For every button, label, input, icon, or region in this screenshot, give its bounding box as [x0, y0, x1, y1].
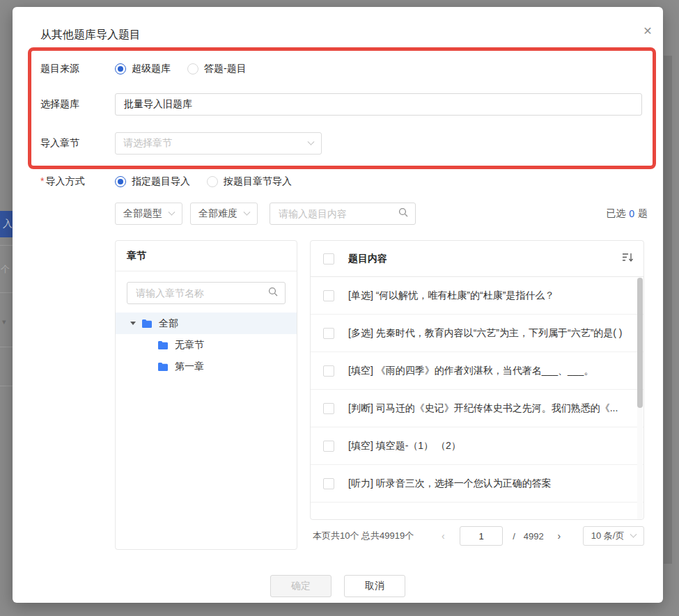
chapter-search-input[interactable] [127, 282, 286, 304]
question-type-value: 全部题型 [123, 207, 162, 220]
radio-label: 答题-题目 [204, 63, 247, 75]
table-scrollbar [637, 278, 643, 520]
radio-selected-icon [115, 63, 126, 74]
question-source-row: 题目来源 超级题库 答题-题目 [40, 58, 247, 80]
tree-item-all[interactable]: 全部 [116, 313, 297, 334]
question-search-input[interactable] [270, 203, 416, 225]
radio-unselected-icon [207, 176, 218, 187]
question-content-header: 题目内容 [348, 253, 622, 265]
row-checkbox[interactable] [323, 441, 334, 452]
radio-unselected-icon [187, 63, 198, 74]
required-mark: * [40, 175, 44, 187]
question-row[interactable]: [填空] 《雨的四季》的作者刘湛秋，当代著名___、___。 [311, 352, 643, 390]
background-line [0, 386, 13, 386]
total-pages: 4992 [524, 531, 544, 542]
import-method-label: *导入方式 [40, 175, 115, 188]
page-size-select[interactable]: 10 条/页 [583, 526, 644, 546]
radio-by-chapter[interactable]: 按题目章节导入 [207, 175, 292, 188]
caret-down-icon[interactable] [130, 322, 136, 325]
chapter-panel-title: 章节 [116, 241, 297, 271]
selected-number: 0 [629, 208, 634, 219]
difficulty-value: 全部难度 [198, 207, 237, 220]
row-checkbox[interactable] [323, 328, 334, 339]
background-line [0, 347, 13, 347]
search-icon [268, 287, 278, 299]
close-icon: ✕ [643, 24, 652, 38]
folder-icon [157, 340, 169, 350]
import-method-radio-group: 指定题目导入 按题目章节导入 [115, 175, 292, 188]
row-checkbox[interactable] [323, 365, 334, 377]
search-icon [398, 207, 408, 220]
radio-super-question-bank[interactable]: 超级题库 [115, 63, 171, 75]
chapter-search [127, 282, 286, 304]
question-search [270, 203, 416, 225]
sort-icon[interactable] [622, 252, 634, 265]
radio-label: 指定题目导入 [132, 175, 190, 188]
page-size-value: 10 条/页 [591, 530, 625, 542]
background-caret-fragment: ▾ [2, 317, 6, 326]
cancel-button[interactable]: 取消 [344, 575, 405, 597]
question-row[interactable]: [填空] 填空题-（1） （2） [311, 427, 643, 465]
pagination-summary: 本页共10个 总共49919个 [313, 530, 414, 542]
chevron-down-icon [308, 138, 315, 145]
row-checkbox[interactable] [323, 290, 334, 301]
radio-specified-questions[interactable]: 指定题目导入 [115, 175, 190, 188]
page-separator: / [513, 531, 515, 542]
select-all-checkbox[interactable] [323, 253, 334, 264]
row-checkbox[interactable] [323, 403, 334, 414]
tree-item-chapter-one[interactable]: 第一章 [116, 356, 297, 377]
dialog-footer: 确定 取消 [13, 575, 663, 597]
selected-prefix: 已选 [606, 207, 625, 220]
dialog-title: 从其他题库导入题目 [40, 28, 141, 42]
question-table: 题目内容 [单选] “何以解忧，唯有杜康”的“杜康”是指什么？ [多选] 先秦时… [310, 240, 644, 520]
page-input[interactable] [460, 526, 503, 546]
import-method-row: *导入方式 指定题目导入 按题目章节导入 [40, 171, 292, 193]
radio-answer-question[interactable]: 答题-题目 [187, 63, 247, 75]
import-method-label-text: 导入方式 [45, 175, 84, 187]
question-text: [多选] 先秦时代，教育内容以“六艺”为主，下列属于“六艺”的是( ) [348, 327, 625, 340]
screen: 入 个 ▾ 从其他题库导入题目 ✕ 题目来源 超级题库 答题-题目 [0, 0, 679, 616]
close-button[interactable]: ✕ [639, 22, 656, 39]
question-row[interactable]: [判断] 司马迁的《史记》开纪传体史书之先河。我们熟悉的《... [311, 390, 643, 427]
import-chapter-row: 导入章节 请选择章节 [40, 132, 322, 155]
question-text: [单选] “何以解忧，唯有杜康”的“杜康”是指什么？ [348, 290, 625, 302]
question-source-radio-group: 超级题库 答题-题目 [115, 63, 247, 75]
folder-icon [157, 362, 169, 372]
import-chapter-label: 导入章节 [40, 137, 115, 150]
filter-row: 全部题型 全部难度 [115, 203, 416, 225]
question-source-label: 题目来源 [40, 63, 115, 75]
background-button-fragment: 入 [0, 211, 13, 237]
confirm-button[interactable]: 确定 [270, 575, 331, 597]
scrollbar-thumb[interactable] [637, 278, 643, 408]
row-checkbox[interactable] [323, 478, 334, 489]
question-row[interactable]: [单选] “何以解忧，唯有杜康”的“杜康”是指什么？ [311, 277, 643, 315]
pagination: 本页共10个 总共49919个 ‹ / 4992 › 10 条/页 [313, 526, 644, 546]
background-line [0, 245, 13, 246]
question-row[interactable]: [多选] 先秦时代，教育内容以“六艺”为主，下列属于“六艺”的是( ) [311, 315, 643, 352]
select-bank-label: 选择题库 [40, 98, 115, 111]
chevron-down-icon [630, 530, 637, 537]
radio-label: 超级题库 [132, 63, 171, 75]
difficulty-select[interactable]: 全部难度 [190, 203, 258, 225]
radio-selected-icon [115, 176, 126, 187]
selected-suffix: 题 [638, 207, 648, 220]
background-scrollbar-strip [664, 56, 672, 564]
chapter-select[interactable]: 请选择章节 [115, 132, 322, 155]
selected-count: 已选 0 题 [606, 203, 648, 225]
tree-item-label: 无章节 [175, 339, 204, 352]
tree-item-label: 全部 [159, 317, 178, 330]
bank-name-input[interactable] [115, 93, 642, 116]
chapter-select-placeholder: 请选择章节 [123, 137, 172, 150]
chevron-down-icon [244, 208, 251, 215]
select-bank-row: 选择题库 [40, 93, 642, 116]
radio-label: 按题目章节导入 [224, 175, 292, 188]
question-type-select[interactable]: 全部题型 [115, 203, 182, 225]
folder-icon [141, 319, 153, 329]
next-page-button[interactable]: › [552, 530, 566, 542]
tree-item-no-chapter[interactable]: 无章节 [116, 334, 297, 356]
chevron-down-icon [169, 208, 175, 215]
question-row[interactable]: [听力] 听录音三次，选择一个您认为正确的答案 [311, 465, 643, 503]
prev-page-button[interactable]: ‹ [436, 530, 450, 542]
question-table-header: 题目内容 [311, 241, 643, 277]
question-text: [判断] 司马迁的《史记》开纪传体史书之先河。我们熟悉的《... [348, 402, 625, 415]
